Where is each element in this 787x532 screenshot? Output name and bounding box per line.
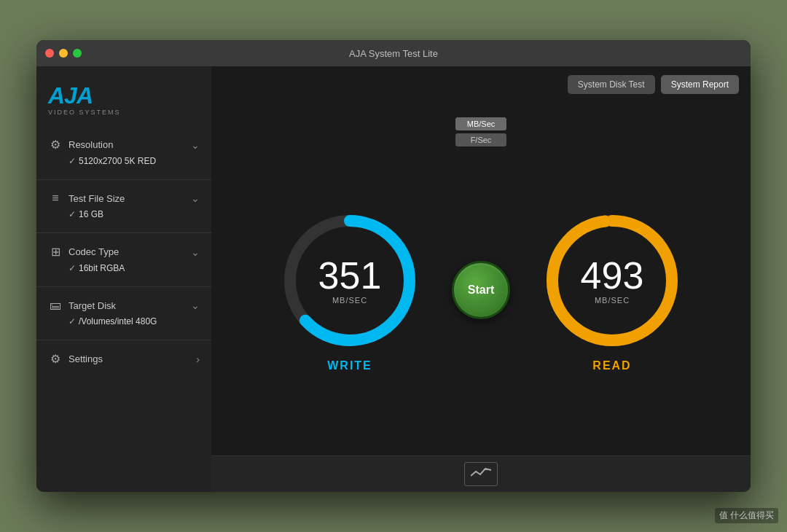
gauge-area: MB/Sec F/Sec 351 <box>211 103 751 455</box>
codec-icon: ⊞ <box>48 245 63 259</box>
gauges-container: 351 MB/SEC WRITE Start <box>277 208 685 372</box>
filesize-icon: ≡ <box>48 192 63 205</box>
start-button-container: Start <box>452 261 510 319</box>
aja-logo: AJA VIDEO SYSTEMS <box>48 84 200 116</box>
filesize-row[interactable]: ≡ Test File Size ⌄ <box>48 189 200 208</box>
divider-1 <box>36 179 211 180</box>
disk-icon: 🖴 <box>48 299 63 312</box>
disk-row[interactable]: 🖴 Target Disk ⌄ <box>48 296 200 315</box>
settings-chevron-icon[interactable]: › <box>196 353 200 365</box>
top-bar: System Disk Test System Report <box>211 66 751 103</box>
start-button[interactable]: Start <box>452 261 510 319</box>
main-content: AJA VIDEO SYSTEMS ⚙ Resolution ⌄ ✓5120x2… <box>36 66 751 492</box>
settings-left: ⚙ Settings <box>48 352 103 366</box>
resolution-icon: ⚙ <box>48 138 63 152</box>
sidebar: AJA VIDEO SYSTEMS ⚙ Resolution ⌄ ✓5120x2… <box>36 66 211 492</box>
filesize-value: ✓16 GB <box>48 208 200 224</box>
bottom-bar <box>211 455 751 492</box>
codec-value: ✓16bit RGBA <box>48 262 200 278</box>
resolution-left: ⚙ Resolution <box>48 138 113 152</box>
read-label: READ <box>592 359 631 372</box>
read-value: 493 <box>581 257 644 294</box>
write-gauge-inner: 351 MB/SEC <box>318 257 382 305</box>
chart-icon[interactable] <box>464 462 498 486</box>
write-label: WRITE <box>327 359 372 372</box>
disk-value: ✓/Volumes/intel 480G <box>48 315 200 331</box>
sidebar-section-filesize: ≡ Test File Size ⌄ ✓16 GB <box>36 184 211 228</box>
right-panel: System Disk Test System Report MB/Sec F/… <box>211 66 751 492</box>
divider-4 <box>36 340 211 340</box>
main-window: AJA System Test Lite AJA VIDEO SYSTEMS ⚙… <box>36 40 751 492</box>
window-title: AJA System Test Lite <box>349 48 438 59</box>
divider-3 <box>36 286 211 287</box>
resolution-row[interactable]: ⚙ Resolution ⌄ <box>48 135 200 154</box>
write-unit: MB/SEC <box>318 296 382 305</box>
filesize-left: ≡ Test File Size <box>48 192 125 205</box>
codec-checkmark: ✓ <box>68 263 76 273</box>
mb-sec-button[interactable]: MB/Sec <box>455 117 506 130</box>
sidebar-section-settings: ⚙ Settings › <box>36 345 211 373</box>
resolution-label: Resolution <box>68 139 113 150</box>
read-gauge-circle: 493 MB/SEC <box>539 208 685 353</box>
watermark: 值 什么值得买 <box>715 508 778 523</box>
resolution-value: ✓5120x2700 5K RED <box>48 154 200 171</box>
write-gauge-circle: 351 MB/SEC <box>277 208 423 353</box>
logo-area: AJA VIDEO SYSTEMS <box>36 78 211 130</box>
close-button[interactable] <box>45 49 54 58</box>
codec-row[interactable]: ⊞ Codec Type ⌄ <box>48 242 200 262</box>
resolution-checkmark: ✓ <box>68 156 76 166</box>
filesize-label: Test File Size <box>68 193 125 204</box>
codec-left: ⊞ Codec Type <box>48 245 119 259</box>
settings-label: Settings <box>68 353 103 364</box>
sidebar-section-disk: 🖴 Target Disk ⌄ ✓/Volumes/intel 480G <box>36 292 211 335</box>
filesize-chevron-icon[interactable]: ⌄ <box>191 192 200 204</box>
disk-label: Target Disk <box>68 300 116 311</box>
sidebar-section-resolution: ⚙ Resolution ⌄ ✓5120x2700 5K RED <box>36 130 211 175</box>
units-panel: MB/Sec F/Sec <box>455 117 506 146</box>
settings-icon: ⚙ <box>48 352 63 366</box>
minimize-button[interactable] <box>59 49 68 58</box>
f-sec-button[interactable]: F/Sec <box>455 133 506 146</box>
read-gauge-wrapper: 493 MB/SEC READ <box>539 208 685 372</box>
titlebar: AJA System Test Lite <box>36 40 751 66</box>
disk-chevron-icon[interactable]: ⌄ <box>191 300 200 311</box>
settings-row[interactable]: ⚙ Settings › <box>48 349 200 369</box>
read-unit: MB/SEC <box>581 296 644 305</box>
resolution-chevron-icon[interactable]: ⌄ <box>191 139 200 151</box>
disk-left: 🖴 Target Disk <box>48 299 116 312</box>
aja-logo-text: AJA <box>48 84 93 107</box>
read-gauge-inner: 493 MB/SEC <box>581 257 644 305</box>
write-value: 351 <box>318 257 382 294</box>
sidebar-section-codec: ⊞ Codec Type ⌄ ✓16bit RGBA <box>36 238 211 282</box>
codec-chevron-icon[interactable]: ⌄ <box>191 246 200 258</box>
maximize-button[interactable] <box>73 49 82 58</box>
filesize-checkmark: ✓ <box>68 209 76 219</box>
write-gauge-wrapper: 351 MB/SEC WRITE <box>277 208 423 372</box>
codec-label: Codec Type <box>68 246 119 257</box>
traffic-lights <box>45 49 82 58</box>
aja-subtitle: VIDEO SYSTEMS <box>48 109 121 116</box>
divider-2 <box>36 232 211 233</box>
system-report-button[interactable]: System Report <box>661 75 739 94</box>
disk-checkmark: ✓ <box>68 316 76 326</box>
system-disk-test-button[interactable]: System Disk Test <box>568 75 655 94</box>
